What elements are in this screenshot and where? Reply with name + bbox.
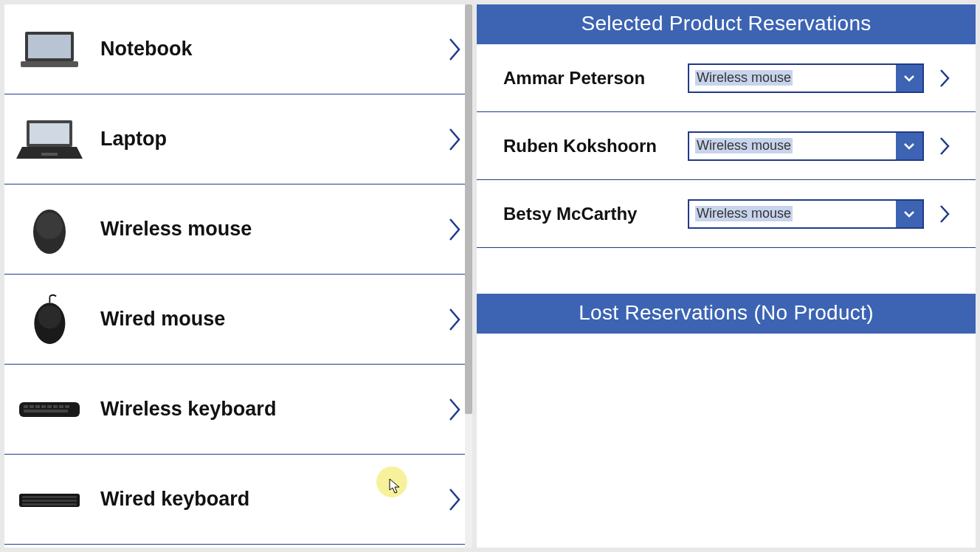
svg-rect-20 [65,405,69,408]
chevron-right-icon[interactable] [934,68,955,89]
chevron-right-icon [443,393,466,426]
product-select[interactable]: Wireless mouse [688,199,924,229]
product-row-wired-keyboard[interactable]: Wired keyboard [4,455,472,545]
product-select[interactable]: Wireless mouse [688,131,924,161]
product-row-wired-mouse[interactable]: Wired mouse [4,275,472,365]
chevron-down-icon[interactable] [896,65,922,92]
svg-rect-17 [47,405,52,408]
chevron-right-icon [443,123,466,156]
chevron-down-icon[interactable] [896,133,922,159]
svg-rect-4 [30,123,69,144]
mouse-wired-icon [16,294,83,345]
svg-rect-14 [30,405,34,408]
notebook-icon [16,24,83,75]
product-row-laptop[interactable]: Laptop [4,94,472,184]
chevron-right-icon[interactable] [934,204,955,224]
chevron-right-icon [443,213,466,246]
chevron-right-icon[interactable] [934,136,955,156]
reservation-row: Ruben Kokshoorn Wireless mouse [477,112,976,180]
svg-rect-21 [24,410,68,413]
reservation-name: Ammar Peterson [503,68,688,89]
product-label: Wireless mouse [100,218,443,241]
product-select-value: Wireless mouse [689,201,896,227]
svg-rect-19 [59,405,63,408]
lost-reservations-header: Lost Reservations (No Product) [477,294,976,334]
product-row-wireless-mouse[interactable]: Wireless mouse [4,184,472,275]
scrollbar-thumb[interactable] [465,4,472,414]
product-row-notebook[interactable]: Notebook [4,4,472,94]
product-label: Notebook [100,38,443,61]
chevron-right-icon [443,33,466,66]
product-select-value: Wireless mouse [689,65,896,92]
keyboard-wireless-icon [16,384,83,435]
laptop-icon [16,114,83,165]
svg-rect-1 [28,35,71,58]
reservation-name: Ruben Kokshoorn [503,136,688,156]
chevron-down-icon[interactable] [896,201,922,227]
reservations-panel: Selected Product Reservations Ammar Pete… [477,4,976,548]
svg-rect-18 [53,405,58,408]
chevron-right-icon [443,483,466,516]
reservation-row: Betsy McCarthy Wireless mouse [477,180,976,248]
product-label: Wired keyboard [100,488,443,511]
product-select[interactable]: Wireless mouse [688,63,924,93]
product-select-value: Wireless mouse [689,133,896,159]
keyboard-wired-icon [16,474,83,525]
reservation-name: Betsy McCarthy [503,204,688,224]
svg-rect-25 [22,503,77,506]
product-label: Wired mouse [100,308,443,331]
svg-rect-6 [41,153,58,156]
product-label: Wireless keyboard [100,398,443,421]
product-row-wireless-keyboard[interactable]: Wireless keyboard [4,365,472,455]
svg-rect-16 [41,405,46,408]
svg-point-11 [38,305,61,328]
svg-point-8 [36,213,63,239]
spacer [477,248,976,294]
svg-rect-13 [24,405,28,408]
svg-rect-15 [35,405,40,408]
selected-reservations-header: Selected Product Reservations [477,4,976,44]
mouse-wireless-icon [16,204,83,255]
product-list-panel: Notebook Laptop Wireless mouse Wired mou… [4,4,472,548]
product-label: Laptop [100,128,443,151]
svg-rect-2 [21,61,78,67]
svg-rect-24 [22,500,77,502]
svg-rect-23 [22,496,77,498]
reservation-row: Ammar Peterson Wireless mouse [477,44,976,112]
chevron-right-icon [443,303,466,336]
